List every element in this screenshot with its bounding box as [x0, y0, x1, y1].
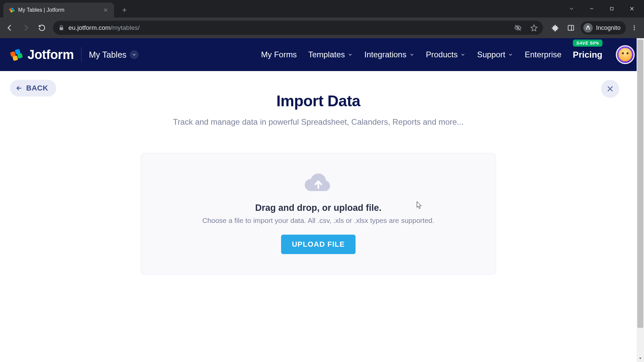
tab-close-icon[interactable]: [103, 7, 109, 13]
browser-tab-active[interactable]: My Tables | Jotform: [3, 3, 114, 17]
cloud-upload-icon: [304, 173, 333, 193]
browser-chrome: My Tables | Jotform: [0, 0, 644, 38]
window-minimize-button[interactable]: [582, 2, 602, 15]
back-button[interactable]: BACK: [10, 80, 56, 97]
chevron-down-icon: [409, 52, 415, 57]
brand-name: Jotform: [28, 48, 74, 62]
side-panel-icon[interactable]: [564, 21, 578, 35]
user-avatar[interactable]: [616, 45, 635, 64]
close-button[interactable]: [601, 80, 619, 98]
browser-reload-button[interactable]: [35, 21, 49, 35]
back-label: BACK: [26, 84, 48, 93]
browser-forward-button[interactable]: [19, 21, 33, 35]
browser-tab-title: My Tables | Jotform: [18, 7, 99, 13]
header-divider: [81, 47, 82, 62]
browser-toolbar: eu.jotform.com/mytables/ Incognito: [0, 17, 644, 38]
nav-integrations[interactable]: Integrations: [364, 50, 414, 59]
svg-rect-6: [568, 25, 574, 31]
incognito-label: Incognito: [596, 24, 621, 32]
brand-logo[interactable]: Jotform: [9, 48, 74, 62]
jotform-logo-icon: [9, 48, 23, 62]
browser-back-button[interactable]: [3, 21, 17, 35]
browser-address-bar[interactable]: eu.jotform.com/mytables/: [53, 21, 543, 35]
app-header: Jotform My Tables My Forms Templates Int…: [0, 38, 644, 71]
browser-tab-bar: My Tables | Jotform: [0, 0, 644, 17]
nav-my-forms[interactable]: My Forms: [261, 50, 297, 59]
window-close-button[interactable]: [622, 2, 642, 15]
nav-label: Enterprise: [525, 50, 561, 59]
nav-pricing[interactable]: SAVE 50% Pricing: [573, 50, 602, 60]
incognito-icon: [583, 23, 593, 33]
section-label: My Tables: [89, 50, 126, 60]
page-title: Import Data: [10, 92, 627, 110]
upload-file-button[interactable]: UPLOAD FILE: [281, 235, 356, 254]
scrollbar-thumb[interactable]: [637, 40, 643, 328]
svg-point-9: [634, 29, 635, 30]
nav-label: My Forms: [261, 50, 297, 59]
header-nav: My Forms Templates Integrations Products…: [261, 38, 635, 71]
jotform-favicon-icon: [9, 7, 15, 13]
close-icon: [606, 85, 614, 93]
browser-menu-button[interactable]: [627, 21, 641, 35]
svg-rect-4: [610, 7, 613, 10]
eye-off-icon[interactable]: [514, 24, 522, 32]
nav-label: Templates: [308, 50, 345, 59]
nav-enterprise[interactable]: Enterprise: [525, 50, 561, 59]
incognito-indicator[interactable]: Incognito: [581, 21, 626, 35]
scrollbar-down-button[interactable]: [637, 355, 644, 362]
chevron-down-icon: [460, 52, 466, 57]
app-root: Jotform My Tables My Forms Templates Int…: [0, 38, 644, 362]
nav-products[interactable]: Products: [426, 50, 466, 59]
url-domain: eu.jotform.com/mytables/: [68, 24, 140, 32]
nav-label: Support: [477, 50, 505, 59]
upload-drop-zone[interactable]: Drag and drop, or upload file. Choose a …: [141, 153, 496, 275]
drop-subtitle: Choose a file to import your data. All .…: [202, 217, 434, 225]
avatar-icon: [619, 48, 632, 61]
page-body: BACK Import Data Track and manage data i…: [0, 71, 644, 362]
drop-title: Drag and drop, or upload file.: [255, 203, 382, 213]
star-icon[interactable]: [530, 24, 538, 32]
window-maximize-button[interactable]: [602, 2, 622, 15]
extensions-icon[interactable]: [548, 21, 562, 35]
chevron-down-icon: [130, 50, 139, 59]
pricing-label: Pricing: [573, 50, 602, 60]
page-subtitle: Track and manage data in powerful Spread…: [10, 117, 627, 127]
nav-label: Integrations: [364, 50, 406, 59]
nav-support[interactable]: Support: [477, 50, 513, 59]
nav-templates[interactable]: Templates: [308, 50, 353, 59]
chevron-down-icon: [508, 52, 513, 57]
save-badge: SAVE 50%: [573, 40, 602, 47]
svg-point-7: [634, 25, 635, 26]
chevron-down-icon: [347, 52, 353, 57]
new-tab-button[interactable]: [119, 4, 130, 16]
nav-label: Products: [426, 50, 458, 59]
svg-point-8: [634, 27, 635, 28]
tab-search-button[interactable]: [561, 2, 582, 15]
arrow-left-icon: [15, 84, 23, 92]
section-dropdown[interactable]: My Tables: [89, 50, 139, 60]
lock-icon: [58, 25, 64, 31]
